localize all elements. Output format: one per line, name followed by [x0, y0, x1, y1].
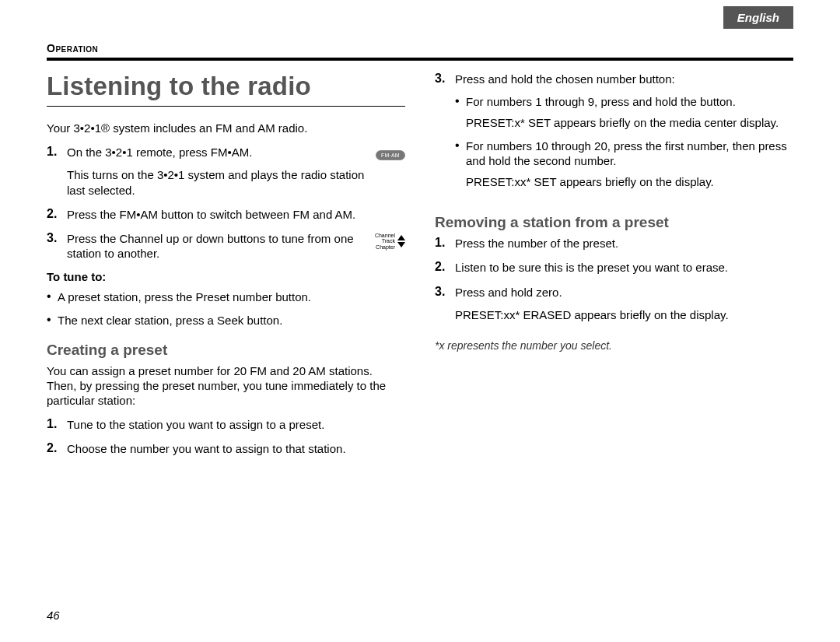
header-rule [47, 58, 793, 61]
list-item: • For numbers 1 through 9, press and hol… [455, 94, 793, 130]
bullet-after: PRESET:xx* SET appears briefly on the di… [466, 174, 793, 189]
list-item: 1. Press the number of the preset. [435, 236, 793, 251]
creating-preset-intro: You can assign a preset number for 20 FM… [47, 363, 405, 409]
step-text: Choose the number you want to assign to … [67, 441, 405, 456]
language-tab: English [723, 6, 793, 29]
step-number: 3. [435, 285, 455, 322]
list-item: 3. Press the Channel up or down buttons … [47, 231, 405, 261]
step-text: Press the number of the preset. [455, 236, 793, 251]
channel-label: Channel [375, 233, 395, 238]
step-text: Press the FM•AM button to switch between… [67, 207, 405, 222]
bullet-icon: • [455, 139, 466, 190]
footnote: *x represents the number you select. [435, 339, 793, 352]
step-number: 3. [435, 72, 455, 200]
channel-updown-icon: Channel Track Chapter [375, 233, 405, 250]
bullet-after: PRESET:x* SET appears briefly on the med… [466, 115, 793, 130]
list-item: 2. Choose the number you want to assign … [47, 441, 405, 456]
step-extra: This turns on the 3•2•1 system and plays… [67, 167, 368, 197]
chevron-up-icon [397, 235, 405, 240]
creating-preset-heading: Creating a preset [47, 342, 405, 359]
step-number: 2. [435, 260, 455, 275]
list-item: • For numbers 10 through 20, press the f… [455, 139, 793, 190]
list-item: 1. On the 3•2•1 remote, press FM•AM. Thi… [47, 145, 405, 198]
step-text: Tune to the station you want to assign t… [67, 417, 405, 432]
left-column: Listening to the radio Your 3•2•1® syste… [47, 72, 405, 466]
track-label: Track [375, 238, 395, 244]
creating-preset-steps: 1. Tune to the station you want to assig… [47, 417, 405, 456]
step-text: Listen to be sure this is the preset you… [455, 260, 793, 275]
fmam-button-icon: FM·AM [376, 146, 405, 160]
step-number: 1. [47, 145, 67, 198]
step-text: Press and hold zero. [455, 285, 793, 300]
two-column-layout: Listening to the radio Your 3•2•1® syste… [47, 72, 793, 466]
to-tune-heading: To tune to: [47, 270, 405, 283]
step-text: Press the Channel up or down buttons to … [67, 231, 367, 261]
creating-preset-steps-continued: 3. Press and hold the chosen number butt… [435, 72, 793, 200]
bullet-text: A preset station, press the Preset numbe… [58, 289, 311, 304]
step-text: On the 3•2•1 remote, press FM•AM. [67, 145, 368, 160]
chapter-label: Chapter [375, 244, 395, 250]
list-item: 3. Press and hold zero. PRESET:xx* ERASE… [435, 285, 793, 322]
removing-preset-heading: Removing a station from a preset [435, 214, 793, 231]
radio-steps-list: 1. On the 3•2•1 remote, press FM•AM. Thi… [47, 145, 405, 261]
fmam-icon: FM·AM [376, 150, 405, 160]
step-number: 2. [47, 207, 67, 222]
bullet-icon: • [47, 289, 58, 304]
bullet-icon: • [47, 313, 58, 328]
to-tune-bullets: • A preset station, press the Preset num… [47, 289, 405, 327]
step-number: 3. [47, 231, 67, 261]
bullet-text: The next clear station, press a Seek but… [58, 313, 282, 328]
list-item: 2. Listen to be sure this is the preset … [435, 260, 793, 275]
list-item: • A preset station, press the Preset num… [47, 289, 405, 304]
right-column: 3. Press and hold the chosen number butt… [435, 72, 793, 466]
step-text: Press and hold the chosen number button: [455, 72, 793, 86]
intro-text: Your 3•2•1® system includes an FM and AM… [47, 121, 405, 135]
bullet-text: For numbers 10 through 20, press the fir… [466, 139, 793, 168]
removing-preset-steps: 1. Press the number of the preset. 2. Li… [435, 236, 793, 322]
list-item: 1. Tune to the station you want to assig… [47, 417, 405, 432]
step-extra: PRESET:xx* ERASED appears briefly on the… [455, 307, 793, 322]
page-number: 46 [47, 609, 60, 622]
step-number: 1. [47, 417, 67, 432]
bullet-text: For numbers 1 through 9, press and hold … [466, 94, 793, 109]
list-item: • The next clear station, press a Seek b… [47, 313, 405, 328]
list-item: 3. Press and hold the chosen number butt… [435, 72, 793, 200]
bullet-icon: • [455, 94, 466, 130]
title-rule [47, 106, 405, 107]
section-label: Operation [47, 42, 793, 54]
chevron-down-icon [397, 242, 405, 247]
step-number: 1. [435, 236, 455, 251]
step-number: 2. [47, 441, 67, 456]
list-item: 2. Press the FM•AM button to switch betw… [47, 207, 405, 222]
page-title: Listening to the radio [47, 72, 405, 101]
